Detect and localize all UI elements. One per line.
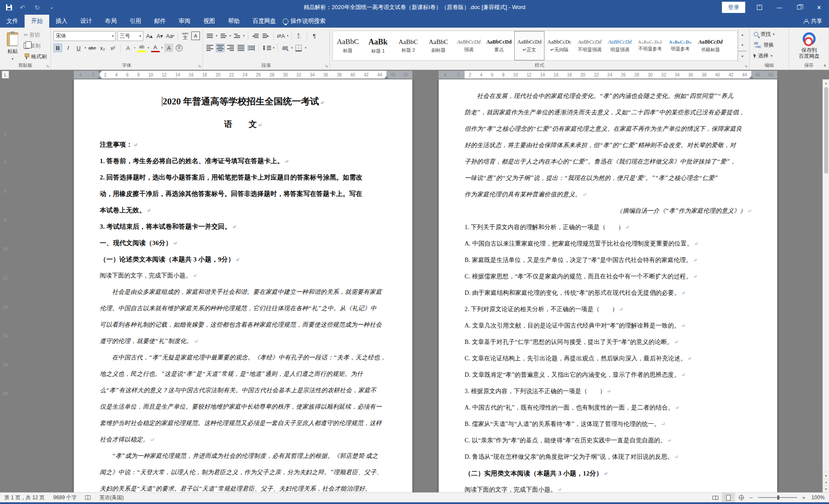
doc-line[interactable]: 好的生活状态，将主要由社会保障体系来承担，但“孝”的“仁爱”精神则不会改变。对长… xyxy=(465,137,751,154)
doc-line[interactable]: 1. 答卷前，考生务必将自己的姓名、准考证号填写在答题卡上。↵ xyxy=(100,153,386,169)
doc-line[interactable]: D. 文章既肯定“孝”的普遍意义，又指出它的内涵变化，显示了作者的思辨态度。↵ xyxy=(465,367,751,383)
italic-button[interactable]: I xyxy=(64,44,73,52)
tab-item[interactable]: 插入 xyxy=(49,15,74,28)
distribute-button[interactable] xyxy=(247,44,256,52)
style-item[interactable]: AaBbC副标题 xyxy=(424,31,454,60)
doc-line[interactable]: （摘编自汤一介《“孝”作为家庭伦理的意义》）↵ xyxy=(465,203,751,219)
share-button[interactable]: 共享 xyxy=(797,15,829,28)
ribbon-display-options-button[interactable]: ⌃ xyxy=(750,0,769,15)
bold-button[interactable]: B xyxy=(54,44,62,52)
save-to-baidu-button[interactable]: 保存到百度网盘 xyxy=(792,30,826,62)
tab-item[interactable]: 审阅 xyxy=(172,15,197,28)
doc-line[interactable]: D. 鲁迅从“现在怎样做父亲”的角度批评“父为子纲”说，体现了对旧说的反思。↵ xyxy=(465,449,751,465)
doc-line[interactable]: A. 中国古代的“礼”，既有伦理性的一面，也有制度性的一面，是二者的结合。↵ xyxy=(465,400,751,416)
align-left-button[interactable] xyxy=(206,44,214,52)
bullets-button[interactable] xyxy=(206,32,214,40)
doc-line[interactable]: 可以看到各种礼制的记载，如婚丧嫁娶，这些都包含着各种家庭伦理规范，而要使这些规范… xyxy=(100,317,386,333)
doc-heading[interactable]: 2020 年普通高等学校招生全国统一考试↵ xyxy=(100,91,386,112)
styles-more-icon[interactable]: ▼ xyxy=(738,51,747,62)
doc-subheading[interactable]: 语 文↵ xyxy=(100,112,386,136)
character-border-button[interactable]: A xyxy=(191,32,200,40)
style-item[interactable]: AaBk标题 1 xyxy=(363,31,393,60)
doc-line[interactable]: 阅读下面的文字，完成下面小题。↵ xyxy=(465,482,751,492)
tab-item[interactable]: 文件 xyxy=(0,15,25,28)
doc-line[interactable]: 子孙的培育，都是出于人之内在本心的“仁爱”。鲁迅在《我们现在怎样做父亲》中批评抹… xyxy=(465,154,751,170)
borders-button[interactable] xyxy=(294,44,303,52)
doc-line[interactable]: B. 儒家从“天道”与“人道”的关系看待“孝”，这体现了哲理与伦理的统一。↵ xyxy=(465,416,751,432)
word-count-status[interactable]: 9689 个字 xyxy=(49,493,81,502)
doc-line[interactable]: A. 文章几次引用文献，目的是论证中国古代经典中对“孝”的理解诠释是一致的。↵ xyxy=(465,318,751,334)
proofing-status[interactable] xyxy=(81,493,95,502)
increase-indent-button[interactable]: ▸ xyxy=(262,32,270,40)
doc-line[interactable]: A. 中国自古以来注重家庭伦理，把家庭伦理规范置于比社会伦理制度更重要的位置。↵ xyxy=(465,236,751,252)
right-indent-marker[interactable] xyxy=(749,74,753,79)
style-item[interactable]: AaBbC标题 2 xyxy=(393,31,424,60)
customize-qat-icon[interactable]: ⌄ xyxy=(47,3,56,12)
vertical-scrollbar[interactable]: ▲ ▲ ● ▼ xyxy=(823,79,829,492)
doc-line[interactable]: （一）论述类文本阅读（本题共 3 小题，9分）↵ xyxy=(100,251,386,268)
cut-button[interactable]: ✂剪切 xyxy=(22,30,48,40)
replace-button[interactable]: ab⇢ac替换 xyxy=(752,40,786,50)
doc-line[interactable]: B. 家庭既是生活单位，又是生产单位，决定了“孝”是中国古代社会特有的家庭伦理。… xyxy=(465,252,751,268)
font-size-combo[interactable]: 三号▾ xyxy=(117,31,143,41)
align-center-button[interactable] xyxy=(216,44,225,52)
style-item[interactable]: AaBbCcDd明显参考 xyxy=(665,31,696,60)
doc-line[interactable]: 遵守的伦理，就要使“礼”制度化。↵ xyxy=(100,333,386,350)
doc-line[interactable]: 一、现代文阅读（36分）↵ xyxy=(100,235,386,251)
restore-button[interactable] xyxy=(789,0,809,15)
clipboard-dialog-launcher[interactable]: ⇘ xyxy=(46,64,49,68)
tab-item[interactable]: 视图 xyxy=(197,15,221,28)
login-button[interactable]: 登录 xyxy=(722,2,745,13)
page-number-status[interactable]: 第 1 页，共 12 页 xyxy=(0,493,49,502)
grow-font-button[interactable]: A▴ xyxy=(145,32,154,40)
vertical-ruler[interactable]: 2468101214161820 xyxy=(0,79,10,492)
sort-button[interactable]: AZ↓ xyxy=(295,32,304,40)
collapse-ribbon-icon[interactable]: ∧ xyxy=(823,63,826,68)
minimize-button[interactable]: — xyxy=(769,0,789,15)
doc-line[interactable]: 阅读下面的文字，完成下面小题。↵ xyxy=(100,268,386,284)
style-item[interactable]: AaBbCcDd↵正文 xyxy=(514,31,544,60)
select-button[interactable]: 选择▾ xyxy=(752,51,786,60)
paste-button[interactable]: 粘贴 ▾ xyxy=(3,30,22,62)
paragraph-dialog-launcher[interactable]: ⇘ xyxy=(325,64,328,68)
underline-button[interactable]: U xyxy=(74,44,83,52)
font-name-combo[interactable]: 宋体▾ xyxy=(54,31,116,41)
doc-line[interactable]: 社会才得以稳定。↵ xyxy=(100,432,386,448)
document-page-1[interactable]: 2020 年普通高等学校招生全国统一考试↵ 语 文↵ 注意事项：↵1. 答卷前，… xyxy=(74,79,412,492)
styles-dialog-launcher[interactable]: ⇘ xyxy=(744,64,748,68)
style-item[interactable]: AaBbCcDd不明显强调 xyxy=(575,31,605,60)
doc-line[interactable]: 防老”，就因家庭作为生产单位的逐渐消失而失去意义，又如“二十四孝”中的某些形式已… xyxy=(465,104,751,121)
tab-item[interactable]: 引用 xyxy=(123,15,148,28)
numbering-button[interactable] xyxy=(219,32,228,40)
read-mode-button[interactable] xyxy=(709,493,722,502)
next-page-icon[interactable]: ▼ xyxy=(823,485,829,492)
find-button[interactable]: 查找▾ xyxy=(752,29,786,39)
zoom-slider-thumb[interactable] xyxy=(777,495,779,500)
style-item[interactable]: AaBbCcDd明显强调 xyxy=(605,31,635,60)
justify-button[interactable] xyxy=(237,44,245,52)
style-item[interactable]: AaBbC标题 xyxy=(333,31,363,60)
tab-item[interactable]: 设计 xyxy=(74,15,98,28)
enclose-characters-button[interactable]: 字 xyxy=(175,44,184,52)
subscript-button[interactable]: x₂ xyxy=(98,44,107,52)
line-spacing-button[interactable]: ▲▼ xyxy=(262,44,271,52)
multilevel-list-button[interactable] xyxy=(233,32,241,40)
doc-line[interactable]: 地之义也，民之行也。”这是说“孝”是“天道”常规，是“地道”通则，是人们遵之而行… xyxy=(100,366,386,382)
font-dialog-launcher[interactable]: ⇘ xyxy=(198,64,201,68)
scroll-up-icon[interactable]: ▲ xyxy=(823,79,829,86)
doc-line[interactable]: 2. 下列对原文论证的相关分析，不正确的一项是（ ）↵ xyxy=(465,301,751,318)
doc-line[interactable]: 2. 回答选择题时，选出每小题答案后，用铅笔把答题卡上对应题目的答案标号涂黑。如… xyxy=(100,169,386,186)
style-item[interactable]: AaBbCcDc↵无间隔 xyxy=(544,31,575,60)
doc-line[interactable]: 套维护当时社会稳定的家庭伦理规范。这种伦理规范又必须是一套自天子至庶人都遵守的伦… xyxy=(100,415,386,432)
doc-line[interactable]: 3. 根据原文内容，下列说法不正确的一项是（ ）↵ xyxy=(465,383,751,400)
show-hide-marks-button[interactable]: ¶ xyxy=(310,32,319,40)
tab-item[interactable]: 邮件 xyxy=(148,15,172,28)
font-color-button[interactable]: A xyxy=(151,44,160,52)
doc-line[interactable]: C. 以“亲亲”作为“孝”的基点，能使得“孝”在历史实践中一直是自觉自愿的。↵ xyxy=(465,432,751,449)
style-item[interactable]: AaBbCcDd强调 xyxy=(454,31,484,60)
align-right-button[interactable] xyxy=(226,44,235,52)
save-icon[interactable] xyxy=(6,4,12,10)
doc-line[interactable]: 么“孝”有这样大的意义？这与中国古代宗法制有关。中国古代社会基本上是宗法性的农耕… xyxy=(100,382,386,399)
doc-line[interactable]: C. 文章在论证结构上，先引出论题，再提出观点，然后纵向深入，最后补充论述。↵ xyxy=(465,350,751,367)
doc-line[interactable]: 社会是由众多家庭组成的，家庭和谐关乎社会和谐。要在家庭中建立一种和谐的关系，就需… xyxy=(100,284,386,300)
